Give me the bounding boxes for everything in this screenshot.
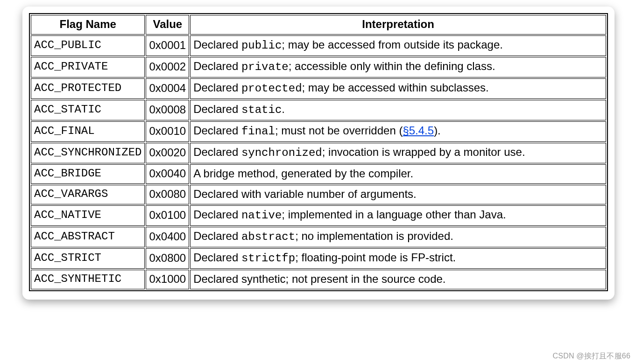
- flag-interp-cell: Declared synthetic; not present in the s…: [190, 270, 606, 289]
- table-row: ACC_STATIC0x0008Declared static.: [31, 100, 606, 120]
- flag-value-cell: 0x0400: [146, 227, 189, 247]
- flag-name-cell: ACC_PRIVATE: [31, 57, 145, 77]
- keyword-code: final: [241, 125, 275, 138]
- interp-text: .: [282, 103, 285, 115]
- flag-value-cell: 0x0080: [146, 185, 189, 204]
- flag-interp-cell: Declared strictfp; floating-point mode i…: [190, 248, 606, 269]
- flag-name-cell: ACC_SYNTHETIC: [31, 270, 145, 289]
- table-row: ACC_STRICT0x0800Declared strictfp; float…: [31, 248, 606, 269]
- table-header-row: Flag Name Value Interpretation: [31, 15, 606, 35]
- keyword-code: native: [241, 209, 282, 222]
- flag-value-cell: 0x0800: [146, 248, 189, 269]
- table-row: ACC_ABSTRACT0x0400Declared abstract; no …: [31, 227, 606, 247]
- interp-text: Declared: [193, 103, 241, 115]
- flag-value-cell: 0x0040: [146, 164, 189, 184]
- table-row: ACC_PROTECTED0x0004Declared protected; m…: [31, 78, 606, 99]
- flag-name-cell: ACC_FINAL: [31, 121, 145, 142]
- flag-name-cell: ACC_SYNCHRONIZED: [31, 143, 145, 163]
- keyword-code: static: [241, 104, 282, 116]
- table-row: ACC_FINAL0x0010Declared final; must not …: [31, 121, 606, 142]
- table-body: ACC_PUBLIC0x0001Declared public; may be …: [31, 35, 606, 289]
- flag-name-cell: ACC_STATIC: [31, 100, 145, 120]
- keyword-code: private: [241, 61, 289, 73]
- flag-value-cell: 0x0010: [146, 121, 189, 142]
- flag-interp-cell: Declared private; accessible only within…: [190, 57, 606, 77]
- interp-text: ; floating-point mode is FP-strict.: [295, 251, 456, 264]
- keyword-code: strictfp: [241, 252, 295, 265]
- flag-interp-cell: A bridge method, generated by the compil…: [190, 164, 606, 184]
- flag-name-cell: ACC_ABSTRACT: [31, 227, 145, 247]
- flag-interp-cell: Declared with variable number of argumen…: [190, 185, 606, 204]
- flag-name-cell: ACC_VARARGS: [31, 185, 145, 204]
- table-row: ACC_PRIVATE0x0002Declared private; acces…: [31, 57, 606, 77]
- interp-text: Declared: [193, 230, 241, 242]
- col-header-interp: Interpretation: [190, 15, 606, 35]
- flag-value-cell: 0x0004: [146, 78, 189, 99]
- interp-text: ; no implementation is provided.: [295, 230, 453, 242]
- table-row: ACC_NATIVE0x0100Declared native; impleme…: [31, 205, 606, 226]
- table-row: ACC_PUBLIC0x0001Declared public; may be …: [31, 35, 606, 56]
- access-flags-table: Flag Name Value Interpretation ACC_PUBLI…: [29, 13, 608, 291]
- interp-text: ; accessible only within the defining cl…: [289, 60, 495, 72]
- keyword-code: protected: [241, 82, 302, 95]
- watermark: CSDN @挨打且不服66: [553, 351, 630, 361]
- keyword-code: synchronized: [241, 147, 322, 159]
- flag-name-cell: ACC_NATIVE: [31, 205, 145, 226]
- interp-text: Declared: [193, 124, 241, 137]
- interp-text: Declared: [193, 208, 241, 221]
- flag-interp-cell: Declared synchronized; invocation is wra…: [190, 143, 606, 163]
- table-row: ACC_SYNTHETIC0x1000Declared synthetic; n…: [31, 270, 606, 289]
- flag-value-cell: 0x0002: [146, 57, 189, 77]
- interp-text: Declared synthetic; not present in the s…: [193, 273, 445, 285]
- interp-text: Declared: [193, 81, 241, 94]
- flag-name-cell: ACC_STRICT: [31, 248, 145, 269]
- col-header-flag: Flag Name: [31, 15, 145, 35]
- col-header-value: Value: [146, 15, 189, 35]
- flag-value-cell: 0x1000: [146, 270, 189, 289]
- flag-value-cell: 0x0100: [146, 205, 189, 226]
- interp-text: ).: [434, 124, 441, 137]
- interp-text: ; must not be overridden (: [275, 124, 403, 137]
- interp-text: Declared: [193, 60, 241, 72]
- flag-name-cell: ACC_BRIDGE: [31, 164, 145, 184]
- interp-text: ; invocation is wrapped by a monitor use…: [322, 146, 525, 158]
- flag-value-cell: 0x0020: [146, 143, 189, 163]
- interp-text: Declared: [193, 251, 241, 264]
- interp-text: Declared: [193, 38, 241, 51]
- keyword-code: public: [241, 39, 282, 52]
- flag-interp-cell: Declared public; may be accessed from ou…: [190, 35, 606, 56]
- card: Flag Name Value Interpretation ACC_PUBLI…: [22, 7, 615, 300]
- flag-interp-cell: Declared native; implemented in a langua…: [190, 205, 606, 226]
- interp-text: ; may be accessed within subclasses.: [302, 81, 489, 94]
- flag-interp-cell: Declared protected; may be accessed with…: [190, 78, 606, 99]
- flag-interp-cell: Declared static.: [190, 100, 606, 120]
- interp-text: A bridge method, generated by the compil…: [193, 167, 413, 180]
- table-row: ACC_SYNCHRONIZED0x0020Declared synchroni…: [31, 143, 606, 163]
- flag-value-cell: 0x0001: [146, 35, 189, 56]
- flag-interp-cell: Declared abstract; no implementation is …: [190, 227, 606, 247]
- table-row: ACC_BRIDGE0x0040A bridge method, generat…: [31, 164, 606, 184]
- table-row: ACC_VARARGS0x0080Declared with variable …: [31, 185, 606, 204]
- spec-link[interactable]: §5.4.5: [403, 124, 434, 137]
- flag-interp-cell: Declared final; must not be overridden (…: [190, 121, 606, 142]
- interp-text: ; may be accessed from outside its packa…: [282, 38, 503, 51]
- flag-name-cell: ACC_PROTECTED: [31, 78, 145, 99]
- flag-value-cell: 0x0008: [146, 100, 189, 120]
- keyword-code: abstract: [241, 231, 295, 243]
- interp-text: Declared with variable number of argumen…: [193, 188, 417, 200]
- interp-text: ; implemented in a language other than J…: [282, 208, 506, 221]
- flag-name-cell: ACC_PUBLIC: [31, 35, 145, 56]
- interp-text: Declared: [193, 146, 241, 158]
